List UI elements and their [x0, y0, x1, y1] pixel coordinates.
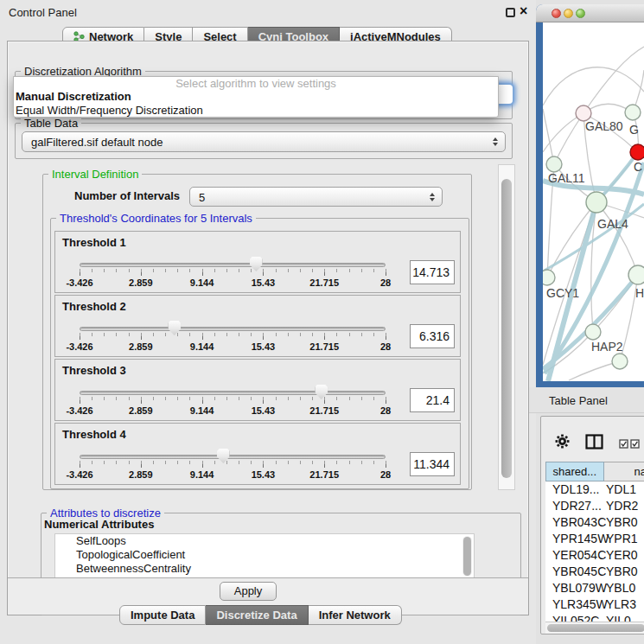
apply-button[interactable]: Apply [220, 582, 277, 601]
attribute-list-item[interactable]: BetweennessCentrality [55, 562, 474, 576]
tick-label: -3.426 [66, 469, 92, 480]
node-label-g: G [629, 123, 639, 137]
node-partial[interactable] [612, 354, 628, 369]
table-header-row: shared... na [545, 462, 644, 481]
tick-label: 2.859 [129, 341, 153, 352]
tick-label: 9.144 [190, 277, 214, 288]
tab-infer-network[interactable]: Infer Network [309, 605, 402, 625]
tick-label: 15.43 [252, 469, 276, 480]
table-row[interactable]: YIL052CYIL0 [545, 613, 644, 622]
slider-track[interactable] [80, 327, 386, 331]
column-header-name[interactable]: na [604, 462, 644, 481]
attribute-list-item[interactable]: SelfLoops [55, 534, 474, 548]
network-window-titlebar[interactable] [536, 4, 644, 22]
close-icon[interactable]: × [520, 3, 527, 19]
node-gal4[interactable] [586, 192, 607, 213]
dropdown-hint: Select algorithm to view settings [14, 77, 498, 90]
threshold-2-value-field[interactable]: 6.316 [410, 324, 455, 348]
table-row[interactable]: YDL19...YDL1 [545, 481, 644, 498]
table-row[interactable]: YBR045CYBR0 [545, 564, 644, 580]
zoom-traffic-light[interactable] [576, 9, 585, 18]
attributes-list-scrollbar[interactable] [462, 536, 472, 577]
tick-label: 9.144 [190, 469, 214, 480]
threshold-4-value-field[interactable]: 11.344 [410, 452, 455, 476]
control-panel-titlebar: Control Panel × [0, 0, 536, 24]
checkbox-icon[interactable] [619, 439, 628, 449]
scrollbar-thumb[interactable] [501, 179, 512, 478]
tick-label: 28 [380, 405, 391, 416]
tick-label: 2.859 [129, 469, 153, 480]
columns-icon[interactable] [585, 434, 603, 450]
float-window-icon[interactable] [506, 8, 515, 17]
slider-track[interactable] [80, 263, 386, 267]
node-label-hap2: HAP2 [591, 340, 623, 354]
group-title: Threshold's Coordinates for 5 Intervals [56, 212, 256, 225]
tick-label: 21.715 [309, 277, 339, 288]
table-horizontal-scrollbar[interactable] [545, 622, 644, 634]
table-row[interactable]: YPR145WYPR1 [545, 531, 644, 547]
tick-label: 9.144 [190, 405, 214, 416]
threshold-3-panel: Threshold 3 -3.4262.8599.14415.4321.7152… [54, 359, 461, 421]
node-gal11[interactable] [546, 156, 562, 172]
threshold-2-slider[interactable]: -3.4262.8599.14415.4321.71528 [80, 296, 386, 358]
network-view-window: GAL80 G C GAL11 GAL4 GCY1 H HAP2 [536, 4, 644, 387]
attributes-list[interactable]: SelfLoopsTopologicalCoefficientBetweenne… [54, 533, 475, 578]
table-row[interactable]: YBR043CYBR0 [545, 514, 644, 531]
scrollbar-thumb[interactable] [547, 624, 644, 632]
panel-title: Control Panel [9, 6, 77, 19]
network-canvas[interactable]: GAL80 G C GAL11 GAL4 GCY1 H HAP2 [543, 22, 644, 381]
threshold-3-value-field[interactable]: 21.4 [410, 388, 455, 412]
number-of-intervals-combobox[interactable]: 5 [189, 187, 443, 207]
threshold-1-slider[interactable]: -3.4262.8599.14415.4321.71528 [80, 232, 386, 294]
slider-minor-ticks [80, 461, 386, 464]
slider-track[interactable] [80, 455, 386, 459]
screen: Control Panel × Network Style Select Cyn… [0, 0, 644, 644]
node-g[interactable] [625, 105, 641, 120]
stepper-arrows-icon [430, 190, 435, 204]
scrollbar-thumb[interactable] [463, 537, 471, 576]
group-title: Table Data [21, 117, 81, 130]
checkbox-icon[interactable] [630, 439, 640, 449]
node-h[interactable] [628, 265, 644, 284]
tick-label: 28 [380, 277, 391, 288]
settings-scrollbar[interactable] [498, 164, 515, 490]
node-label-h: H [635, 286, 644, 300]
slider-minor-ticks [80, 397, 386, 400]
table-row[interactable]: YBL079WYBL0 [545, 580, 644, 596]
table-rows: YDL19...YDL1YDR27...YDR2YBR043CYBR0YPR14… [545, 481, 644, 622]
tick-label: 21.715 [309, 469, 339, 480]
column-header-shared-name[interactable]: shared... [545, 462, 604, 481]
tick-label: 2.859 [129, 277, 153, 288]
attribute-list-item[interactable]: TopologicalCoefficient [55, 548, 474, 562]
threshold-1-value-field[interactable]: 14.713 [410, 260, 455, 284]
threshold-4-slider[interactable]: -3.4262.8599.14415.4321.71528 [80, 424, 386, 486]
tab-discretize-data[interactable]: Discretize Data [206, 605, 308, 625]
network-graph [543, 22, 644, 381]
table-row[interactable]: YER054CYER0 [545, 547, 644, 564]
node-gcy1[interactable] [543, 270, 555, 285]
slider-track[interactable] [80, 391, 386, 395]
dropdown-item-equal-width-frequency[interactable]: Equal Width/Frequency Discretization [14, 104, 498, 118]
minimize-traffic-light[interactable] [564, 9, 573, 18]
dropdown-item-manual-discretization[interactable]: Manual Discretization [14, 90, 498, 104]
table-panel: shared... na YDL19...YDL1YDR27...YDR2YBR… [540, 416, 644, 634]
tick-label: 9.144 [190, 341, 214, 352]
combo-value: galFiltered.sif default node [31, 136, 163, 149]
node-hap2[interactable] [585, 324, 601, 340]
numerical-attributes-label: Numerical Attributes [44, 518, 154, 531]
table-row[interactable]: YDR27...YDR2 [545, 498, 644, 514]
table-data-combobox[interactable]: galFiltered.sif default node [22, 131, 506, 152]
node-label-c: C [634, 160, 642, 174]
tab-impute-data[interactable]: Impute Data [119, 605, 206, 625]
number-of-intervals-label: Number of Intervals [74, 189, 180, 202]
close-traffic-light[interactable] [552, 9, 561, 18]
gear-icon[interactable] [555, 434, 570, 449]
threshold-3-slider[interactable]: -3.4262.8599.14415.4321.71528 [80, 360, 386, 422]
node-label-gal80: GAL80 [585, 119, 623, 133]
tick-label: 15.43 [252, 277, 276, 288]
node-red-selected[interactable] [630, 144, 644, 160]
node-label-gcy1: GCY1 [546, 286, 579, 300]
threshold-2-panel: Threshold 2 -3.4262.8599.14415.4321.7152… [54, 295, 461, 357]
slider-minor-ticks [80, 333, 386, 336]
table-row[interactable]: YLR345WYLR3 [545, 596, 644, 613]
